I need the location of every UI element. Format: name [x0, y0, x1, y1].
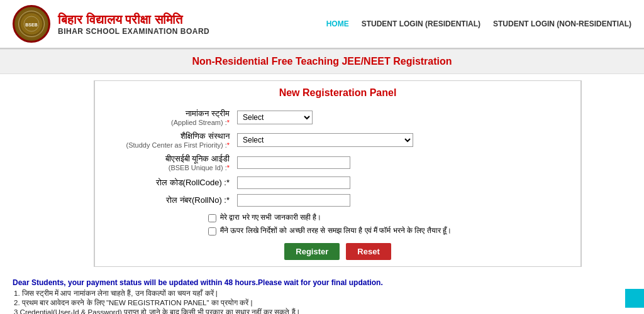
header: BSEB बिहार विद्यालय परीक्षा समिति BIHAR …	[0, 0, 644, 49]
roll-code-label: रोल कोड(RollCode) :*	[108, 174, 233, 192]
title-english: BIHAR SCHOOL EXAMINATION BOARD	[58, 27, 209, 36]
stream-label: नामांकन स्ट्रीम (Applied Stream) :*	[108, 106, 233, 129]
stream-label-english: (Applied Stream) :*	[111, 119, 230, 126]
button-row: Register Reset	[108, 243, 568, 260]
nav-home[interactable]: HOME	[326, 19, 349, 28]
page-banner: Non-Residential Free Teaching JEE/NEET R…	[0, 49, 644, 74]
roll-no-label-hindi: रोल नंबर(RollNo) :*	[111, 195, 230, 205]
roll-no-label: रोल नंबर(RollNo) :*	[108, 192, 233, 209]
info-section: Dear Students, your payment status will …	[0, 273, 644, 314]
header-title: बिहार विद्यालय परीक्षा समिति BIHAR SCHOO…	[58, 13, 209, 36]
stream-row: नामांकन स्ट्रीम (Applied Stream) :* Sele…	[108, 106, 568, 129]
svg-text:BSEB: BSEB	[25, 23, 37, 27]
registration-panel: New Registeration Panel नामांकन स्ट्रीम …	[94, 80, 581, 267]
info-notice: Dear Students, your payment status will …	[13, 278, 631, 287]
banner-text: Non-Residential Free Teaching JEE/NEET R…	[192, 56, 452, 67]
reset-button[interactable]: Reset	[346, 243, 391, 260]
info-notice-text: Dear Students, your payment status will …	[13, 278, 383, 287]
center-select[interactable]: Select Center 1 Center 2	[237, 133, 413, 147]
center-label: शैक्षिणिक संस्थान (Studdy Center as Firs…	[108, 129, 233, 151]
side-right	[581, 80, 644, 267]
bseb-id-row: बीएसईबी यूनिक आईडी (BSEB Unique Id) :*	[108, 151, 568, 174]
teal-decoration	[625, 289, 644, 308]
registration-form: नामांकन स्ट्रीम (Applied Stream) :* Sele…	[108, 106, 568, 209]
svg-point-0	[20, 13, 43, 35]
roll-code-field-cell	[233, 174, 568, 192]
checkbox1-row: मेरे द्वारा भरे गए सभी जानकारी सही है।	[208, 213, 568, 222]
checkbox1-text: मेरे द्वारा भरे गए सभी जानकारी सही है।	[220, 213, 321, 222]
bseb-id-field-cell	[233, 151, 568, 174]
roll-no-input[interactable]	[237, 194, 350, 207]
stream-select[interactable]: Select Science Commerce Arts	[237, 111, 313, 124]
svg-point-1	[24, 16, 39, 31]
checkbox1[interactable]	[208, 214, 216, 222]
info-item-2: 2. प्रथम बार आवेदन करने के लिए "NEW REGI…	[13, 299, 631, 307]
checkbox2-text: मैंने ऊपर लिखे निर्देशों को अच्छी तरह से…	[220, 226, 452, 235]
bseb-id-label-english: (BSEB Unique Id) :*	[111, 164, 230, 171]
register-button[interactable]: Register	[284, 243, 340, 260]
info-list: 1. जिस स्ट्रीम में आप नामांकन लेना चाहते…	[13, 290, 631, 314]
center-label-hindi: शैक्षिणिक संस्थान	[111, 131, 230, 141]
checkbox2[interactable]	[208, 227, 216, 236]
roll-no-field-cell	[233, 192, 568, 209]
checkbox2-row: मैंने ऊपर लिखे निर्देशों को अच्छी तरह से…	[208, 226, 568, 236]
center-field-cell: Select Center 1 Center 2	[233, 129, 568, 151]
title-hindi: बिहार विद्यालय परीक्षा समिति	[58, 13, 209, 27]
info-item-1: 1. जिस स्ट्रीम में आप नामांकन लेना चाहते…	[13, 290, 631, 298]
bseb-id-label-hindi: बीएसईबी यूनिक आईडी	[111, 154, 230, 164]
panel-title: New Registeration Panel	[108, 87, 568, 99]
center-row: शैक्षिणिक संस्थान (Studdy Center as Firs…	[108, 129, 568, 151]
stream-label-hindi: नामांकन स्ट्रीम	[111, 109, 230, 119]
center-label-english: (Studdy Center as First Priority) :*	[111, 141, 230, 149]
roll-no-row: रोल नंबर(RollNo) :*	[108, 192, 568, 209]
roll-code-row: रोल कोड(RollCode) :*	[108, 174, 568, 192]
nav-student-non-residential[interactable]: STUDENT LOGIN (NON-RESIDENTIAL)	[493, 19, 631, 28]
nav-student-residential[interactable]: STUDENT LOGIN (RESIDENTIAL)	[362, 19, 480, 28]
stream-field-cell: Select Science Commerce Arts	[233, 106, 568, 129]
logo-icon: BSEB	[13, 5, 50, 43]
bseb-id-label: बीएसईबी यूनिक आईडी (BSEB Unique Id) :*	[108, 151, 233, 174]
roll-code-input[interactable]	[237, 176, 350, 189]
info-item-3: 3.Credential(User-Id & Password) प्राप्त…	[13, 308, 631, 314]
header-nav: HOME STUDENT LOGIN (RESIDENTIAL) STUDENT…	[326, 19, 631, 28]
side-left	[0, 80, 94, 267]
main-content: New Registeration Panel नामांकन स्ट्रीम …	[0, 74, 644, 273]
header-left: BSEB बिहार विद्यालय परीक्षा समिति BIHAR …	[13, 5, 209, 43]
bseb-id-input[interactable]	[237, 156, 350, 169]
roll-code-label-hindi: रोल कोड(RollCode) :*	[111, 178, 230, 188]
